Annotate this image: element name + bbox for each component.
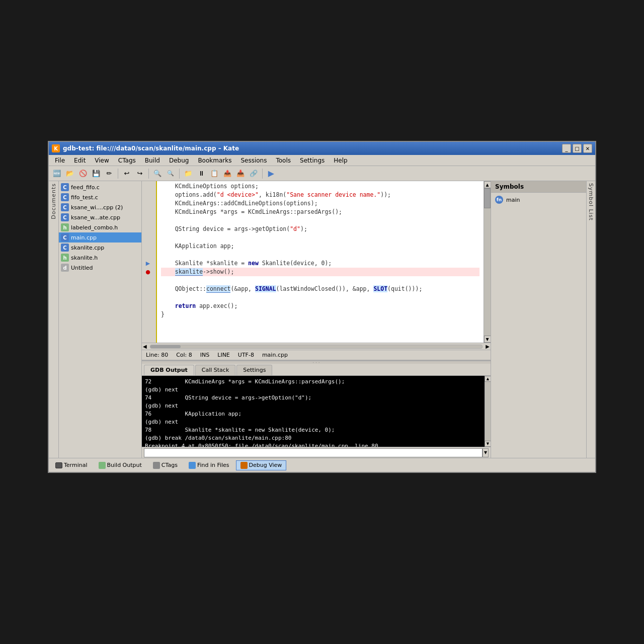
gdb-input-field[interactable] [144, 448, 482, 457]
gdb-input-bar: ▼ [142, 447, 491, 458]
minimize-button[interactable]: _ [562, 144, 571, 153]
tab-settings[interactable]: Settings [236, 365, 272, 375]
maximize-button[interactable]: □ [573, 144, 582, 153]
toolbar-build-label: Build Output [107, 462, 142, 468]
folder-button[interactable]: 📁 [182, 168, 194, 180]
file-name: skanlite.cpp [71, 245, 104, 251]
symbols-header: Symbols [491, 181, 586, 193]
menu-debug[interactable]: Debug [165, 156, 193, 165]
code-line: KApplication app; [161, 242, 479, 251]
undo-button[interactable]: ↩ [121, 168, 133, 180]
tab-call-stack[interactable]: Call Stack [195, 365, 235, 375]
menu-build[interactable]: Build [141, 156, 164, 165]
download-button[interactable]: 📥 [234, 168, 247, 180]
file-name: ksane_wi....cpp (2) [71, 204, 123, 211]
code-line [161, 216, 479, 225]
gdb-scroll-up[interactable]: ▲ [485, 376, 491, 382]
file-item-main-cpp[interactable]: C main.cpp [59, 232, 141, 243]
file-icon-h: h [61, 254, 69, 262]
code-line: KCmdLineOptions options; [161, 182, 479, 191]
editor-scrollbar-horizontal[interactable]: ◀ ▶ [142, 343, 491, 350]
scroll-thumb[interactable] [484, 188, 491, 208]
menu-file[interactable]: File [51, 156, 69, 165]
status-line: Line: 80 [146, 352, 168, 358]
scroll-left-button[interactable]: ◀ [142, 344, 148, 349]
file-item-ksane-wi[interactable]: C ksane_wi....cpp (2) [59, 202, 141, 212]
h-scroll-track[interactable] [150, 345, 483, 349]
scroll-up-button[interactable]: ▲ [484, 181, 491, 188]
file-item-labeled-combo[interactable]: h labeled_combo.h [59, 222, 141, 232]
gdb-scroll-track[interactable] [485, 382, 491, 441]
file-icon-c-active: C [61, 233, 69, 242]
toolbar-ctags-label: CTags [162, 462, 178, 468]
scroll-right-button[interactable]: ▶ [485, 344, 491, 349]
menu-settings[interactable]: Settings [296, 156, 329, 165]
file-name: fifo_test.c [71, 194, 98, 201]
code-line: KCmdLineArgs *args = KCmdLineArgs::parse… [161, 208, 479, 216]
menu-ctags[interactable]: CTags [114, 156, 140, 165]
toolbar-separator-3 [179, 169, 180, 179]
toolbar-build-output[interactable]: Build Output [94, 460, 146, 470]
close-button[interactable]: ✕ [583, 144, 592, 153]
app-window: K gdb-test: file:///data0/scan/skanlite/… [48, 141, 596, 473]
file-item-skanlite-cpp[interactable]: C skanlite.cpp [59, 243, 141, 253]
link-button[interactable]: 🔗 [248, 168, 260, 180]
file-item-ksane-w[interactable]: C ksane_w...ate.cpp [59, 212, 141, 222]
menu-help[interactable]: Help [330, 156, 351, 165]
h-scroll-thumb[interactable] [150, 345, 181, 348]
code-editor[interactable]: KCmdLineOptions options; options.add("d … [157, 181, 484, 343]
menu-view[interactable]: View [91, 156, 113, 165]
upload-button[interactable]: 📤 [221, 168, 233, 180]
file-item-feed-fifo[interactable]: C feed_fifo.c [59, 182, 141, 192]
toolbar-find-in-files[interactable]: Find in Files [184, 460, 234, 470]
file-name-active: main.cpp [71, 234, 97, 241]
copy-button[interactable]: 📋 [208, 168, 220, 180]
save-as-button[interactable]: ✏️ [103, 168, 115, 180]
status-type: LINE [217, 352, 230, 358]
pause-button[interactable]: ⏸ [195, 168, 207, 180]
toolbar-ctags[interactable]: CTags [148, 460, 182, 470]
file-name: Untitled [71, 265, 93, 271]
code-line: QString device = args->getOption("d"); [161, 225, 479, 233]
menu-sessions[interactable]: Sessions [236, 156, 271, 165]
gdb-output[interactable]: 72 KCmdLineArgs *args = KCmdLineArgs::pa… [142, 376, 485, 447]
symbol-item-main[interactable]: fn main [493, 195, 584, 205]
documents-label: Documents [50, 183, 57, 219]
run-button[interactable]: ▶ [265, 168, 277, 180]
scroll-track[interactable] [484, 188, 491, 336]
close-file-button[interactable]: 🚫 [77, 168, 89, 180]
editor-scrollbar-vertical[interactable]: ▲ ▼ [484, 181, 491, 343]
editor-area: ▶ ● KCmdLineOptions options; options.add… [142, 181, 491, 458]
redo-button[interactable]: ↪ [134, 168, 146, 180]
code-line: QObject::connect(&app, SIGNAL(lastWindow… [161, 285, 479, 293]
code-line [161, 251, 479, 259]
menu-tools[interactable]: Tools [272, 156, 295, 165]
menu-bookmarks[interactable]: Bookmarks [194, 156, 235, 165]
toolbar-find-label: Find in Files [197, 462, 229, 468]
symbol-icon: fn [495, 196, 503, 204]
zoom-in-button[interactable]: 🔍 [151, 168, 164, 180]
gdb-input-scroll[interactable]: ▼ [482, 448, 489, 457]
gdb-scroll-down[interactable]: ▼ [485, 441, 491, 447]
code-line [161, 293, 479, 302]
file-item-fifo-test[interactable]: C fifo_test.c [59, 192, 141, 202]
open-button[interactable]: 📂 [64, 168, 76, 180]
toolbar-terminal[interactable]: Terminal [51, 460, 92, 470]
file-item-skanlite-h[interactable]: h skanlite.h [59, 253, 141, 263]
new-button[interactable]: 🆕 [51, 168, 63, 180]
documents-side-panel: Documents [49, 181, 59, 458]
file-icon-c: C [61, 193, 69, 201]
symbol-name: main [506, 197, 520, 203]
gdb-scrollbar[interactable]: ▲ ▼ [485, 376, 491, 447]
save-button[interactable]: 💾 [90, 168, 102, 180]
zoom-out-button[interactable]: 🔍 [165, 168, 177, 180]
toolbar-debug-view[interactable]: Debug View [236, 460, 287, 470]
code-line [161, 233, 479, 242]
menu-edit[interactable]: Edit [70, 156, 90, 165]
file-item-untitled[interactable]: d Untitled [59, 263, 141, 273]
scroll-down-button[interactable]: ▼ [484, 336, 491, 343]
terminal-icon [55, 462, 62, 468]
tab-gdb-output[interactable]: GDB Output [144, 365, 194, 375]
status-encoding: UTF-8 [238, 352, 254, 358]
gdb-line-7: 78 Skanlite *skanlite = new Skanlite(dev… [145, 426, 481, 434]
